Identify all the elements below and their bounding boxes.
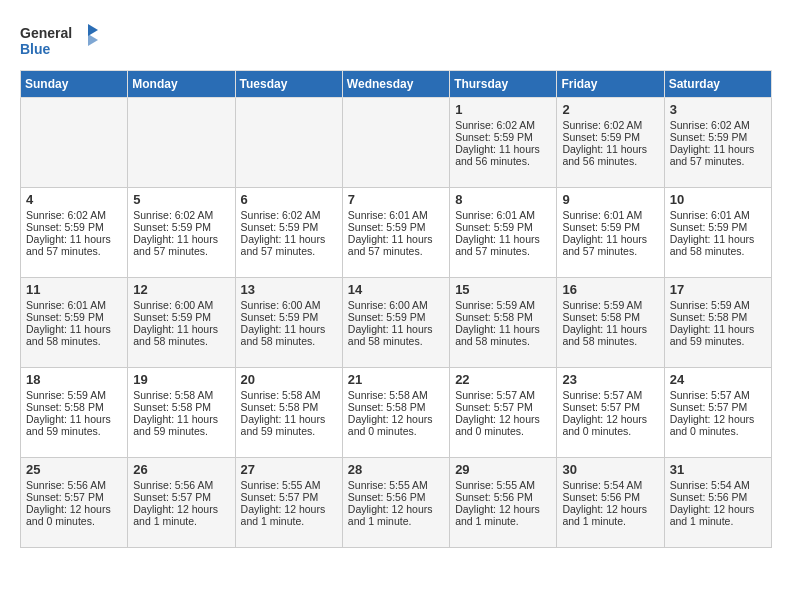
cell-info: Daylight: 11 hours and 57 minutes. xyxy=(562,233,658,257)
col-header-saturday: Saturday xyxy=(664,71,771,98)
cell-info: Sunrise: 6:02 AM xyxy=(133,209,229,221)
col-header-sunday: Sunday xyxy=(21,71,128,98)
cell-info: Daylight: 12 hours and 0 minutes. xyxy=(670,413,766,437)
cell-info: Sunset: 5:57 PM xyxy=(133,491,229,503)
week-row-4: 18Sunrise: 5:59 AMSunset: 5:58 PMDayligh… xyxy=(21,368,772,458)
cell-info: Sunrise: 5:59 AM xyxy=(670,299,766,311)
cell-info: Sunrise: 6:01 AM xyxy=(670,209,766,221)
calendar-cell: 29Sunrise: 5:55 AMSunset: 5:56 PMDayligh… xyxy=(450,458,557,548)
cell-info: Sunset: 5:57 PM xyxy=(26,491,122,503)
cell-info: Sunrise: 6:00 AM xyxy=(348,299,444,311)
calendar-cell: 14Sunrise: 6:00 AMSunset: 5:59 PMDayligh… xyxy=(342,278,449,368)
cell-info: Sunset: 5:56 PM xyxy=(562,491,658,503)
cell-info: Daylight: 12 hours and 1 minute. xyxy=(133,503,229,527)
cell-info: Sunset: 5:59 PM xyxy=(670,131,766,143)
week-row-3: 11Sunrise: 6:01 AMSunset: 5:59 PMDayligh… xyxy=(21,278,772,368)
day-number: 13 xyxy=(241,282,337,297)
cell-info: Sunset: 5:57 PM xyxy=(241,491,337,503)
day-number: 10 xyxy=(670,192,766,207)
calendar-cell xyxy=(21,98,128,188)
day-number: 26 xyxy=(133,462,229,477)
day-number: 2 xyxy=(562,102,658,117)
cell-info: Sunset: 5:58 PM xyxy=(241,401,337,413)
cell-info: Daylight: 11 hours and 58 minutes. xyxy=(670,233,766,257)
calendar-cell: 30Sunrise: 5:54 AMSunset: 5:56 PMDayligh… xyxy=(557,458,664,548)
logo-svg: General Blue xyxy=(20,20,100,60)
cell-info: Sunset: 5:59 PM xyxy=(348,221,444,233)
cell-info: Daylight: 11 hours and 57 minutes. xyxy=(241,233,337,257)
calendar-cell: 2Sunrise: 6:02 AMSunset: 5:59 PMDaylight… xyxy=(557,98,664,188)
cell-info: Daylight: 11 hours and 58 minutes. xyxy=(26,323,122,347)
cell-info: Sunset: 5:59 PM xyxy=(455,131,551,143)
calendar-cell: 7Sunrise: 6:01 AMSunset: 5:59 PMDaylight… xyxy=(342,188,449,278)
calendar-cell: 31Sunrise: 5:54 AMSunset: 5:56 PMDayligh… xyxy=(664,458,771,548)
cell-info: Sunset: 5:58 PM xyxy=(455,311,551,323)
cell-info: Sunset: 5:58 PM xyxy=(26,401,122,413)
col-header-wednesday: Wednesday xyxy=(342,71,449,98)
cell-info: Sunset: 5:57 PM xyxy=(670,401,766,413)
cell-info: Sunrise: 5:55 AM xyxy=(455,479,551,491)
calendar-cell: 17Sunrise: 5:59 AMSunset: 5:58 PMDayligh… xyxy=(664,278,771,368)
calendar-header-row: SundayMondayTuesdayWednesdayThursdayFrid… xyxy=(21,71,772,98)
day-number: 17 xyxy=(670,282,766,297)
cell-info: Sunrise: 5:59 AM xyxy=(455,299,551,311)
day-number: 15 xyxy=(455,282,551,297)
cell-info: Sunrise: 5:54 AM xyxy=(562,479,658,491)
calendar-cell: 15Sunrise: 5:59 AMSunset: 5:58 PMDayligh… xyxy=(450,278,557,368)
cell-info: Daylight: 11 hours and 58 minutes. xyxy=(455,323,551,347)
calendar-cell: 20Sunrise: 5:58 AMSunset: 5:58 PMDayligh… xyxy=(235,368,342,458)
week-row-5: 25Sunrise: 5:56 AMSunset: 5:57 PMDayligh… xyxy=(21,458,772,548)
day-number: 12 xyxy=(133,282,229,297)
cell-info: Daylight: 11 hours and 59 minutes. xyxy=(26,413,122,437)
calendar-cell: 27Sunrise: 5:55 AMSunset: 5:57 PMDayligh… xyxy=(235,458,342,548)
cell-info: Daylight: 11 hours and 57 minutes. xyxy=(26,233,122,257)
calendar-cell: 1Sunrise: 6:02 AMSunset: 5:59 PMDaylight… xyxy=(450,98,557,188)
day-number: 6 xyxy=(241,192,337,207)
day-number: 7 xyxy=(348,192,444,207)
cell-info: Sunset: 5:56 PM xyxy=(670,491,766,503)
cell-info: Sunrise: 6:02 AM xyxy=(562,119,658,131)
cell-info: Sunrise: 6:02 AM xyxy=(670,119,766,131)
cell-info: Daylight: 11 hours and 56 minutes. xyxy=(455,143,551,167)
cell-info: Sunset: 5:59 PM xyxy=(26,221,122,233)
svg-text:Blue: Blue xyxy=(20,41,51,57)
day-number: 19 xyxy=(133,372,229,387)
page-header: General Blue xyxy=(20,20,772,60)
col-header-tuesday: Tuesday xyxy=(235,71,342,98)
cell-info: Sunrise: 5:58 AM xyxy=(133,389,229,401)
cell-info: Sunset: 5:59 PM xyxy=(670,221,766,233)
cell-info: Daylight: 12 hours and 1 minute. xyxy=(455,503,551,527)
cell-info: Daylight: 11 hours and 57 minutes. xyxy=(348,233,444,257)
cell-info: Daylight: 11 hours and 58 minutes. xyxy=(562,323,658,347)
cell-info: Sunset: 5:59 PM xyxy=(562,131,658,143)
calendar-cell: 26Sunrise: 5:56 AMSunset: 5:57 PMDayligh… xyxy=(128,458,235,548)
cell-info: Sunset: 5:58 PM xyxy=(133,401,229,413)
cell-info: Sunset: 5:59 PM xyxy=(562,221,658,233)
calendar-cell: 9Sunrise: 6:01 AMSunset: 5:59 PMDaylight… xyxy=(557,188,664,278)
cell-info: Daylight: 12 hours and 1 minute. xyxy=(348,503,444,527)
cell-info: Sunrise: 5:59 AM xyxy=(562,299,658,311)
calendar-cell: 28Sunrise: 5:55 AMSunset: 5:56 PMDayligh… xyxy=(342,458,449,548)
day-number: 11 xyxy=(26,282,122,297)
cell-info: Daylight: 11 hours and 57 minutes. xyxy=(455,233,551,257)
cell-info: Sunrise: 6:02 AM xyxy=(241,209,337,221)
col-header-monday: Monday xyxy=(128,71,235,98)
day-number: 27 xyxy=(241,462,337,477)
calendar-cell xyxy=(342,98,449,188)
col-header-friday: Friday xyxy=(557,71,664,98)
day-number: 5 xyxy=(133,192,229,207)
cell-info: Sunset: 5:59 PM xyxy=(241,221,337,233)
cell-info: Sunrise: 5:55 AM xyxy=(241,479,337,491)
calendar-cell: 16Sunrise: 5:59 AMSunset: 5:58 PMDayligh… xyxy=(557,278,664,368)
cell-info: Daylight: 11 hours and 59 minutes. xyxy=(241,413,337,437)
day-number: 21 xyxy=(348,372,444,387)
cell-info: Sunrise: 6:00 AM xyxy=(241,299,337,311)
cell-info: Sunset: 5:59 PM xyxy=(455,221,551,233)
cell-info: Sunset: 5:59 PM xyxy=(133,221,229,233)
cell-info: Daylight: 12 hours and 0 minutes. xyxy=(26,503,122,527)
cell-info: Daylight: 12 hours and 0 minutes. xyxy=(348,413,444,437)
day-number: 18 xyxy=(26,372,122,387)
cell-info: Sunset: 5:56 PM xyxy=(348,491,444,503)
calendar-cell: 18Sunrise: 5:59 AMSunset: 5:58 PMDayligh… xyxy=(21,368,128,458)
calendar-cell xyxy=(128,98,235,188)
